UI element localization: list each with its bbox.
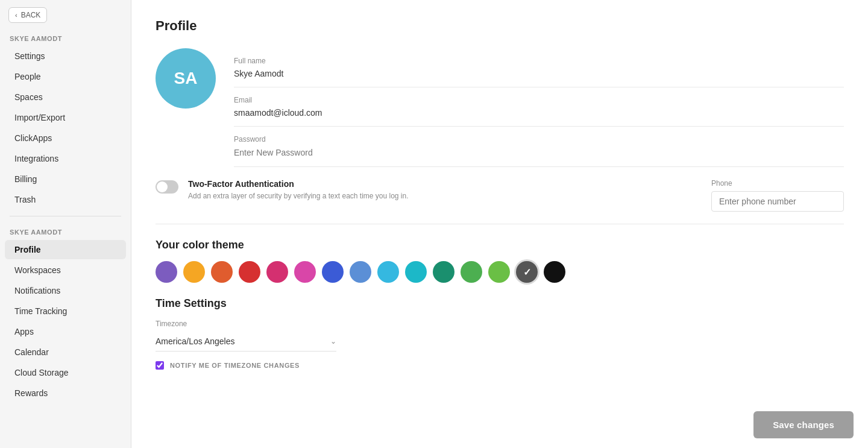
- sidebar-item-time-tracking[interactable]: Time Tracking: [5, 301, 126, 321]
- save-bar: Save changes: [739, 402, 868, 448]
- time-settings: Time Settings Timezone America/Los Angel…: [156, 297, 844, 370]
- back-label: BACK: [21, 11, 41, 19]
- phone-input[interactable]: [711, 191, 844, 212]
- color-theme-title: Your color theme: [156, 239, 844, 251]
- color-swatch-purple[interactable]: [156, 261, 177, 283]
- sidebar-item-profile[interactable]: Profile: [5, 240, 126, 259]
- notify-checkbox[interactable]: [156, 361, 164, 370]
- tfa-info: Two-Factor Authentication Add an extra l…: [188, 179, 687, 201]
- color-swatch-sky[interactable]: [377, 261, 399, 283]
- full-name-value: Skye Aamodt: [234, 69, 844, 78]
- color-swatch-light-blue[interactable]: [350, 261, 371, 283]
- sidebar-item-spaces[interactable]: Spaces: [5, 87, 126, 107]
- full-name-label: Full name: [234, 57, 844, 65]
- avatar: SA: [156, 48, 216, 109]
- color-swatch-dark-gray[interactable]: ✓: [516, 261, 538, 283]
- back-button[interactable]: ‹ BACK: [8, 7, 47, 23]
- sidebar: ‹ BACK SKYE AAMODT Settings People Space…: [0, 0, 131, 448]
- sidebar-section1-title: SKYE AAMODT: [0, 29, 131, 46]
- color-swatch-black[interactable]: [544, 261, 565, 283]
- tfa-row: Two-Factor Authentication Add an extra l…: [156, 167, 844, 224]
- sidebar-item-calendar[interactable]: Calendar: [5, 342, 126, 362]
- notify-label: NOTIFY ME OF TIMEZONE CHANGES: [170, 362, 300, 369]
- sidebar-item-import-export[interactable]: Import/Export: [5, 108, 126, 127]
- tfa-left: Two-Factor Authentication Add an extra l…: [156, 179, 687, 201]
- color-swatch-pink-red[interactable]: [266, 261, 288, 283]
- color-swatch-blue[interactable]: [322, 261, 344, 283]
- color-swatch-green[interactable]: [488, 261, 510, 283]
- password-field: Password: [234, 127, 844, 167]
- sidebar-item-apps[interactable]: Apps: [5, 322, 126, 341]
- password-input[interactable]: [234, 148, 844, 157]
- color-swatch-red[interactable]: [239, 261, 260, 283]
- tfa-toggle[interactable]: [156, 180, 178, 194]
- sidebar-item-clickapps[interactable]: ClickApps: [5, 128, 126, 148]
- sidebar-section2-title: SKYE AAMODT: [0, 222, 131, 239]
- email-value: smaamodt@icloud.com: [234, 108, 844, 118]
- profile-avatar-area: SA Full name Skye Aamodt Email smaamodt@…: [156, 48, 844, 167]
- color-swatch-red-orange[interactable]: [211, 261, 233, 283]
- phone-label: Phone: [711, 179, 844, 188]
- notify-row: NOTIFY ME OF TIMEZONE CHANGES: [156, 361, 844, 370]
- tfa-title: Two-Factor Authentication: [188, 179, 687, 189]
- timezone-label: Timezone: [156, 320, 844, 328]
- save-button[interactable]: Save changes: [753, 411, 854, 438]
- password-label: Password: [234, 135, 844, 144]
- color-swatch-pink[interactable]: [294, 261, 316, 283]
- sidebar-item-settings[interactable]: Settings: [5, 46, 126, 66]
- back-chevron-icon: ‹: [15, 11, 17, 19]
- sidebar-item-workspaces[interactable]: Workspaces: [5, 260, 126, 280]
- main-content: Profile SA Full name Skye Aamodt Email s…: [131, 0, 868, 448]
- time-settings-title: Time Settings: [156, 297, 844, 310]
- email-label: Email: [234, 96, 844, 104]
- page-title: Profile: [156, 18, 844, 34]
- color-swatches: ✓: [156, 261, 844, 283]
- email-field: Email smaamodt@icloud.com: [234, 87, 844, 127]
- tfa-desc: Add an extra layer of security by verify…: [188, 191, 687, 201]
- sidebar-divider: [10, 216, 121, 216]
- color-swatch-orange[interactable]: [183, 261, 205, 283]
- sidebar-item-integrations[interactable]: Integrations: [5, 149, 126, 168]
- color-swatch-teal[interactable]: [405, 261, 427, 283]
- timezone-value: America/Los Angeles: [156, 336, 235, 346]
- sidebar-item-cloud-storage[interactable]: Cloud Storage: [5, 363, 126, 382]
- tfa-right: Phone: [711, 179, 844, 212]
- sidebar-item-billing[interactable]: Billing: [5, 169, 126, 189]
- timezone-select[interactable]: America/Los Angeles ⌄: [156, 332, 336, 352]
- chevron-down-icon: ⌄: [330, 337, 336, 345]
- full-name-field: Full name Skye Aamodt: [234, 48, 844, 87]
- sidebar-item-rewards[interactable]: Rewards: [5, 383, 126, 403]
- color-swatch-light-green[interactable]: [461, 261, 482, 283]
- profile-fields: Full name Skye Aamodt Email smaamodt@icl…: [234, 48, 844, 167]
- sidebar-item-trash[interactable]: Trash: [5, 190, 126, 209]
- color-swatch-dark-teal[interactable]: [433, 261, 454, 283]
- sidebar-item-people[interactable]: People: [5, 67, 126, 86]
- sidebar-item-notifications[interactable]: Notifications: [5, 281, 126, 300]
